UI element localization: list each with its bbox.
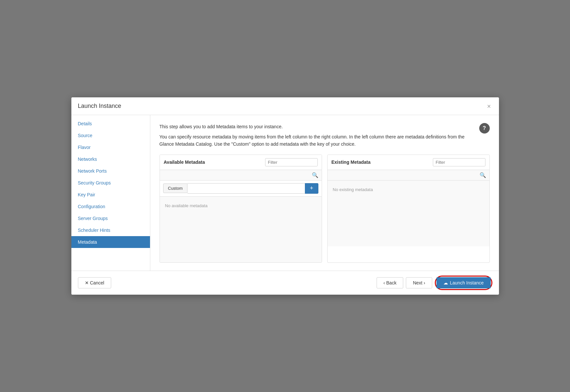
existing-metadata-filter[interactable] (433, 158, 485, 166)
available-metadata-title: Available Metadata (164, 159, 205, 165)
help-button[interactable]: ? (479, 123, 490, 134)
available-metadata-header: Available Metadata (160, 155, 322, 170)
back-button[interactable]: ‹ Back (377, 277, 404, 288)
add-metadata-button[interactable]: + (305, 183, 318, 194)
description-line1: This step allows you to add Metadata ite… (160, 123, 490, 130)
sidebar-item-source[interactable]: Source (71, 130, 150, 141)
modal-header: Launch Instance × (71, 97, 499, 115)
sidebar-item-scheduler-hints[interactable]: Scheduler Hints (71, 224, 150, 236)
description-line2: You can specify resource metadata by mov… (160, 133, 490, 148)
sidebar: Details Source Flavor Networks (71, 115, 150, 270)
existing-metadata-header: Existing Metadata (328, 155, 489, 170)
sidebar-item-configuration[interactable]: Configuration (71, 201, 150, 212)
available-search-bar: 🔍 (160, 170, 322, 181)
sidebar-item-wrapper-scheduler-hints: Scheduler Hints (71, 224, 150, 236)
modal-body: Details Source Flavor Networks (71, 115, 499, 270)
custom-key-input[interactable] (187, 183, 305, 194)
sidebar-item-wrapper-networks: Networks (71, 153, 150, 165)
existing-metadata-title: Existing Metadata (332, 159, 371, 165)
custom-row: Custom + (160, 181, 322, 197)
main-content: ? This step allows you to add Metadata i… (150, 115, 499, 270)
modal-footer: ✕ Cancel ‹ Back Next › ☁ Launch Instance (71, 271, 499, 295)
sidebar-item-key-pair[interactable]: Key Pair (71, 189, 150, 201)
sidebar-item-networks[interactable]: Networks (71, 153, 150, 165)
existing-metadata-col: Existing Metadata 🔍 No existing metadata (327, 155, 490, 263)
custom-button[interactable]: Custom (163, 184, 188, 193)
sidebar-item-wrapper-source: Source (71, 130, 150, 141)
description: This step allows you to add Metadata ite… (160, 123, 490, 148)
available-search-icon: 🔍 (312, 172, 318, 178)
available-metadata-filter[interactable] (265, 158, 318, 166)
close-button[interactable]: × (486, 103, 492, 110)
sidebar-item-wrapper-metadata: Metadata (71, 236, 150, 248)
next-button[interactable]: Next › (406, 277, 432, 288)
sidebar-item-wrapper-network-ports: Network Ports (71, 165, 150, 177)
no-available-metadata: No available metadata (160, 197, 322, 262)
sidebar-item-details[interactable]: Details (71, 118, 150, 130)
sidebar-item-wrapper-flavor: Flavor (71, 141, 150, 153)
cloud-icon: ☁ (443, 280, 448, 285)
sidebar-item-wrapper-configuration: Configuration (71, 201, 150, 212)
no-existing-metadata: No existing metadata (328, 181, 489, 246)
available-metadata-col: Available Metadata 🔍 Custom + No availab… (160, 155, 322, 263)
cancel-button[interactable]: ✕ Cancel (78, 277, 111, 288)
sidebar-item-wrapper-key-pair: Key Pair (71, 189, 150, 201)
sidebar-item-wrapper-details: Details (71, 118, 150, 130)
existing-search-icon: 🔍 (480, 172, 486, 178)
existing-search-bar: 🔍 (328, 170, 489, 181)
modal-title: Launch Instance (78, 103, 121, 110)
sidebar-item-network-ports[interactable]: Network Ports (71, 165, 150, 177)
sidebar-item-metadata[interactable]: Metadata (71, 236, 150, 248)
launch-button-wrapper: ☁ Launch Instance (435, 276, 492, 290)
sidebar-item-server-groups[interactable]: Server Groups (71, 212, 150, 224)
footer-right: ‹ Back Next › ☁ Launch Instance (377, 276, 492, 290)
sidebar-item-flavor[interactable]: Flavor (71, 141, 150, 153)
sidebar-item-wrapper-security-groups: Security Groups (71, 177, 150, 189)
sidebar-item-wrapper-server-groups: Server Groups (71, 212, 150, 224)
metadata-columns: Available Metadata 🔍 Custom + No availab… (160, 155, 490, 263)
launch-label: Launch Instance (450, 280, 484, 285)
launch-instance-button[interactable]: ☁ Launch Instance (436, 277, 491, 288)
launch-instance-modal: Launch Instance × Details Source (71, 97, 499, 294)
sidebar-item-security-groups[interactable]: Security Groups (71, 177, 150, 189)
